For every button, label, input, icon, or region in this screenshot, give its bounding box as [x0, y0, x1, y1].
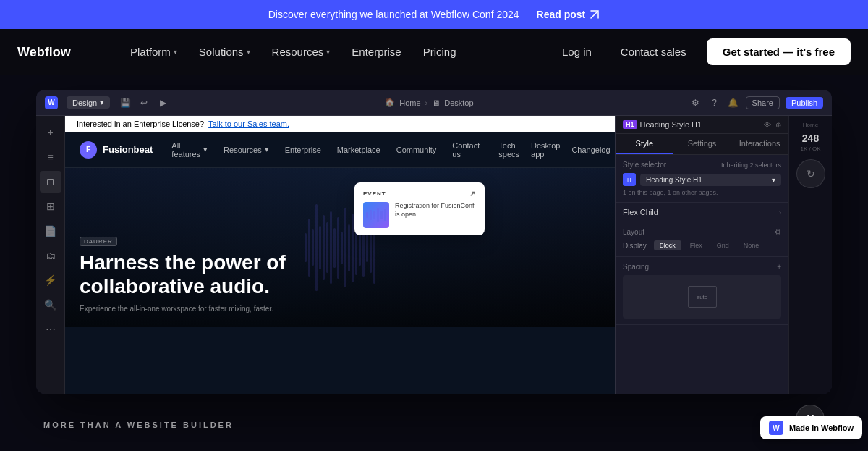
spacing-section: Spacing + - auto -	[616, 257, 788, 325]
inheriting-hint: Inheriting 2 selectors	[721, 161, 781, 169]
display-block-btn[interactable]: Block	[654, 240, 681, 250]
event-title: Registration for FusionConf is open	[395, 202, 476, 219]
add-element-icon[interactable]: +	[40, 122, 61, 143]
event-popup: EVENT ↗	[354, 182, 485, 235]
layers-icon[interactable]: ≡	[40, 146, 61, 168]
fusionbeat-marketplace[interactable]: Marketplace	[330, 143, 388, 157]
selector-chevron-icon: ▾	[772, 176, 775, 184]
nav-resources[interactable]: Resources ▾	[262, 40, 341, 64]
get-started-button[interactable]: Get started — it's free	[707, 38, 851, 65]
event-popup-header: EVENT ↗	[363, 190, 476, 198]
tab-settings[interactable]: Settings	[673, 134, 731, 154]
contact-sales-link[interactable]: Contact sales	[612, 40, 695, 64]
fusionbeat-community[interactable]: Community	[389, 143, 444, 157]
fusionbeat-hero-text: Daurer Harness the power of collaborativ…	[80, 237, 369, 313]
fusionbeat-nav-right: Tech specs Desktop app Changelog Support	[498, 141, 615, 159]
editor-ui: W Design ▾ 💾 ↩ ▶ 🏠 Home › 🖥 Desktop	[36, 90, 832, 394]
solutions-chevron-icon: ▾	[247, 48, 250, 56]
notifications-icon[interactable]: 🔔	[727, 96, 740, 109]
editor-canvas: Interested in an Enterprise License? Tal…	[65, 116, 615, 394]
preview-icon[interactable]: ▶	[156, 96, 169, 109]
editor-topbar-right: ⚙ ? 🔔 Share Publish	[689, 96, 823, 109]
enterprise-link[interactable]: Talk to our Sales team.	[208, 119, 289, 128]
display-none-btn[interactable]: None	[738, 240, 765, 250]
page-hint: 1 on this page, 1 on other pages.	[623, 189, 781, 196]
fusionbeat-logo-icon: F	[80, 141, 97, 159]
rotate-handle[interactable]: ↻	[796, 159, 825, 188]
tab-style[interactable]: Style	[616, 134, 673, 154]
hero-section: W Design ▾ 💾 ↩ ▶ 🏠 Home › 🖥 Desktop	[0, 75, 868, 451]
style-selector-section: Style selector Inheriting 2 selectors H …	[616, 155, 788, 203]
editor-toolbar-icons: 💾 ↩ ▶	[119, 96, 169, 109]
assets-icon[interactable]: □	[40, 171, 61, 193]
editor-right-panel: H1 Heading Style H1 👁 ⊕ Style Se	[615, 116, 788, 394]
display-grid-btn[interactable]: Grid	[711, 240, 735, 250]
nav-solutions[interactable]: Solutions ▾	[189, 40, 260, 64]
save-icon[interactable]: 💾	[119, 96, 132, 109]
flex-child-chevron-icon: ›	[779, 208, 781, 216]
nav-pricing[interactable]: Pricing	[413, 40, 467, 64]
nav-enterprise[interactable]: Enterprise	[341, 40, 411, 64]
cms-icon[interactable]: 🗂	[40, 245, 61, 266]
made-in-webflow-badge[interactable]: W Made in Webflow	[760, 416, 862, 439]
tab-interactions[interactable]: Interactions	[731, 134, 788, 154]
panel-actions: 👁 ⊕	[764, 121, 781, 129]
nav-right: Log in Contact sales Get started — it's …	[553, 38, 851, 65]
selector-value[interactable]: Heading Style H1 ▾	[640, 174, 781, 186]
main-nav: Webflow Platform ▾ Solutions ▾ Resources…	[0, 29, 868, 75]
layout-settings-icon[interactable]: ⚙	[775, 228, 781, 236]
help-icon[interactable]: ?	[708, 96, 721, 109]
layout-label: Layout ⚙	[623, 228, 781, 236]
miw-logo-icon: W	[769, 421, 783, 435]
editor-logo: W	[45, 96, 58, 109]
read-post-link[interactable]: Read post	[537, 9, 600, 20]
miw-label: Made in Webflow	[789, 423, 854, 432]
webflow-logo[interactable]: Webflow	[17, 42, 97, 62]
flex-child-section[interactable]: Flex Child ›	[616, 203, 788, 222]
announcement-text: Discover everything we launched at Webfl…	[268, 9, 519, 20]
enterprise-notice: Interested in an Enterprise License? Tal…	[65, 116, 615, 132]
h1-tag: H1	[623, 120, 637, 129]
more-icon[interactable]: ⋯	[40, 319, 61, 340]
design-mode-button[interactable]: Design ▾	[67, 96, 110, 109]
settings-icon[interactable]: ⚙	[689, 96, 702, 109]
fusionbeat-all-features[interactable]: All features ▾	[164, 138, 215, 161]
event-thumbnail	[363, 202, 389, 228]
editor-left-sidebar: + ≡ □ ⊞ 📄 🗂 ⚡ 🔍 ⋯	[36, 116, 65, 394]
seo-icon[interactable]: 🔍	[40, 294, 61, 316]
fusionbeat-nav-links: All features ▾ Resources ▾ Enterprise	[164, 138, 487, 161]
nav-links: Platform ▾ Solutions ▾ Resources ▾ Enter…	[120, 40, 553, 64]
display-flex-btn[interactable]: Flex	[684, 240, 708, 250]
spacing-settings-icon[interactable]: +	[777, 263, 781, 271]
far-right-number: 248	[802, 132, 819, 144]
website-preview: F Fusionbeat All features ▾ Resources	[65, 132, 615, 394]
nav-platform[interactable]: Platform ▾	[120, 40, 187, 64]
external-link-icon	[590, 9, 600, 20]
hero-label-badge: Daurer	[80, 237, 117, 246]
event-waveform	[366, 206, 386, 224]
login-link[interactable]: Log in	[553, 40, 600, 64]
fusionbeat-resources[interactable]: Resources ▾	[216, 142, 276, 157]
eye-icon[interactable]: 👁	[764, 121, 771, 129]
editor-far-right-panel: Home 248 1K / OK ↻	[788, 116, 832, 394]
far-right-sub: 1K / OK	[800, 146, 820, 152]
spacing-box: auto	[688, 286, 717, 308]
interactions-icon[interactable]: ⚡	[40, 269, 61, 291]
bottom-spacing: -	[701, 309, 703, 316]
expand-icon[interactable]: ↗	[469, 190, 476, 198]
undo-icon[interactable]: ↩	[137, 96, 150, 109]
publish-button[interactable]: Publish	[786, 97, 823, 109]
fusionbeat-enterprise[interactable]: Enterprise	[278, 143, 328, 157]
pages-icon[interactable]: 📄	[40, 220, 61, 242]
components-icon[interactable]: ⊞	[40, 195, 61, 217]
platform-chevron-icon: ▾	[174, 48, 177, 56]
display-row: Display Block Flex Grid None	[623, 240, 781, 250]
share-button[interactable]: Share	[746, 96, 780, 109]
panel-more-icon[interactable]: ⊕	[775, 121, 781, 129]
fusionbeat-contact[interactable]: Contact us	[445, 138, 487, 161]
webflow-logo-svg: Webflow	[17, 42, 97, 62]
editor-main: + ≡ □ ⊞ 📄 🗂 ⚡ 🔍 ⋯ Interested in an Enter…	[36, 116, 832, 394]
selector-icon: H	[623, 173, 636, 186]
heading-style-label: Heading Style H1	[640, 120, 702, 129]
top-spacing: -	[701, 278, 703, 284]
